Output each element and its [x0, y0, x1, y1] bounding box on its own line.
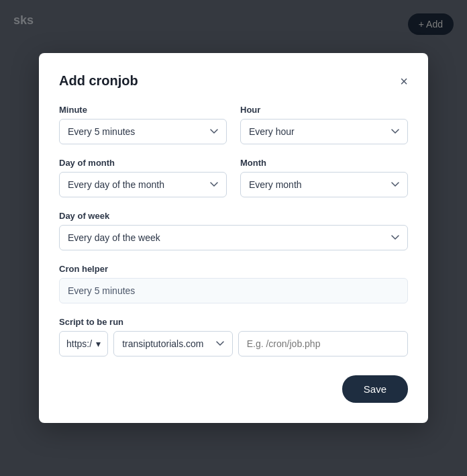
hour-label: Hour — [240, 105, 408, 115]
month-label: Month — [240, 158, 408, 168]
script-row-wrapper: Script to be run https:/ ▾ transiptutori… — [59, 317, 408, 356]
minute-hour-row: Minute Every minuteEvery 5 minutesEvery … — [59, 105, 408, 144]
modal-dialog: Add cronjob × Minute Every minuteEvery 5… — [39, 53, 428, 423]
minute-group: Minute Every minuteEvery 5 minutesEvery … — [59, 105, 227, 144]
cron-helper-label: Cron helper — [59, 264, 408, 274]
day-of-week-select[interactable]: Every day of the weekMondayTuesdayWednes… — [59, 225, 408, 250]
modal-footer: Save — [59, 375, 408, 403]
cron-helper-row: Cron helper — [59, 264, 408, 303]
script-group: Script to be run https:/ ▾ transiptutori… — [59, 317, 408, 356]
save-button[interactable]: Save — [342, 375, 408, 403]
protocol-chevron-icon: ▾ — [96, 338, 101, 349]
script-path-input[interactable] — [238, 331, 408, 356]
hour-select[interactable]: Every hourEvery 2 hoursEvery 6 hoursEver… — [240, 119, 408, 144]
month-group: Month Every monthJanuaryFebruaryMarch — [240, 158, 408, 197]
hour-group: Hour Every hourEvery 2 hoursEvery 6 hour… — [240, 105, 408, 144]
day-of-month-group: Day of month Every day of the month1st2n… — [59, 158, 227, 197]
dow-row: Day of week Every day of the weekMondayT… — [59, 211, 408, 250]
domain-select[interactable]: transiptutorials.com — [113, 331, 233, 356]
cron-helper-group: Cron helper — [59, 264, 408, 303]
month-select[interactable]: Every monthJanuaryFebruaryMarch — [240, 172, 408, 197]
dom-month-row: Day of month Every day of the month1st2n… — [59, 158, 408, 197]
modal-overlay: Add cronjob × Minute Every minuteEvery 5… — [0, 0, 467, 476]
protocol-value: https:/ — [66, 338, 92, 349]
cron-helper-input[interactable] — [59, 278, 408, 303]
modal-title: Add cronjob — [59, 73, 138, 89]
day-of-week-label: Day of week — [59, 211, 408, 221]
minute-label: Minute — [59, 105, 227, 115]
script-label: Script to be run — [59, 317, 408, 327]
script-inputs: https:/ ▾ transiptutorials.com — [59, 331, 408, 356]
modal-header: Add cronjob × — [59, 73, 408, 89]
day-of-month-label: Day of month — [59, 158, 227, 168]
day-of-month-select[interactable]: Every day of the month1st2nd3rd — [59, 172, 227, 197]
day-of-week-group: Day of week Every day of the weekMondayT… — [59, 211, 408, 250]
minute-select[interactable]: Every minuteEvery 5 minutesEvery 10 minu… — [59, 119, 227, 144]
close-button[interactable]: × — [400, 75, 408, 88]
protocol-selector[interactable]: https:/ ▾ — [59, 331, 108, 356]
